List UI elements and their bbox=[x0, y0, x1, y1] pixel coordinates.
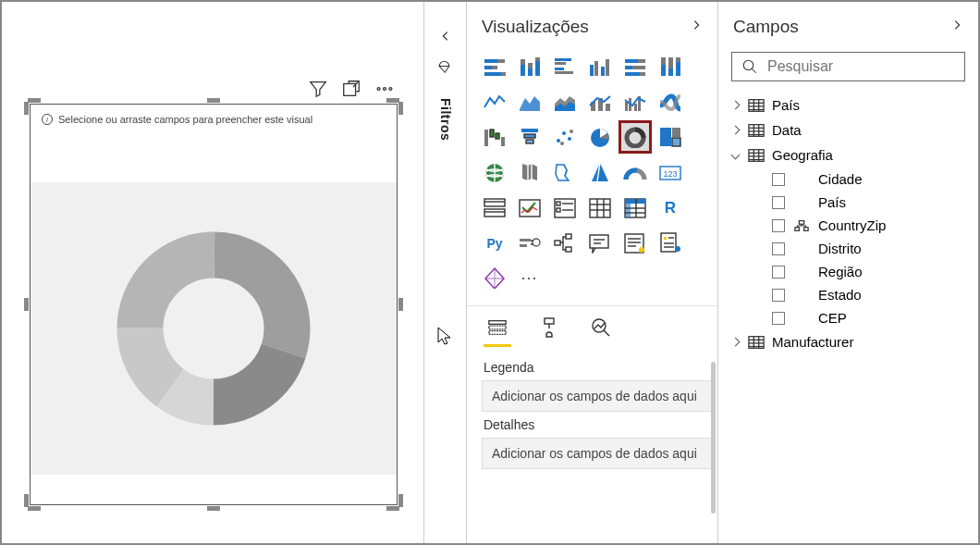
viz-slicer[interactable] bbox=[548, 191, 582, 224]
format-tab[interactable] bbox=[535, 314, 563, 341]
field-país[interactable]: País bbox=[772, 191, 973, 214]
field-região[interactable]: Região bbox=[772, 260, 973, 283]
info-icon: i bbox=[42, 114, 53, 125]
viz-gauge[interactable] bbox=[619, 155, 652, 189]
filters-label[interactable]: Filtros bbox=[438, 98, 453, 141]
field-checkbox[interactable] bbox=[772, 173, 785, 186]
viz-card[interactable]: 123 bbox=[654, 155, 687, 189]
expand-filters-icon[interactable] bbox=[439, 30, 452, 46]
resize-handle[interactable] bbox=[398, 494, 403, 507]
resize-handle[interactable] bbox=[28, 506, 41, 511]
viz-r-visual[interactable]: R bbox=[654, 191, 687, 224]
svg-rect-40 bbox=[676, 57, 680, 62]
svg-rect-13 bbox=[484, 72, 501, 76]
table-manufacturer[interactable]: Manufacturer bbox=[728, 329, 973, 354]
viz-scatter[interactable] bbox=[548, 120, 582, 154]
well-dropzone[interactable]: Adicionar os campos de dados aqui bbox=[482, 438, 715, 469]
viz-multi-card[interactable] bbox=[478, 191, 511, 224]
viz-paginated[interactable] bbox=[654, 226, 687, 259]
viz-kpi[interactable] bbox=[513, 191, 546, 224]
viz-line-stacked-column[interactable] bbox=[583, 85, 617, 118]
fields-title: Campos bbox=[733, 17, 799, 37]
more-options-icon[interactable] bbox=[374, 79, 395, 99]
svg-rect-21 bbox=[555, 58, 571, 61]
viz-waterfall[interactable] bbox=[478, 120, 511, 154]
svg-point-1 bbox=[377, 88, 380, 91]
resize-handle[interactable] bbox=[398, 298, 403, 311]
viz-narrative[interactable] bbox=[619, 226, 652, 259]
resize-handle[interactable] bbox=[386, 98, 399, 103]
resize-handle[interactable] bbox=[386, 506, 399, 511]
collapse-visualizations-icon[interactable] bbox=[690, 19, 703, 35]
viz-power-apps[interactable] bbox=[478, 261, 511, 294]
fields-tab[interactable] bbox=[484, 314, 511, 341]
viz-python[interactable]: Py bbox=[478, 226, 511, 259]
resize-handle[interactable] bbox=[207, 506, 220, 511]
wells-scrollbar[interactable] bbox=[711, 362, 716, 514]
fields-search-input[interactable] bbox=[767, 58, 955, 75]
resize-handle[interactable] bbox=[24, 298, 29, 311]
viz-decomposition-tree[interactable] bbox=[548, 226, 582, 259]
chevron-right-icon bbox=[729, 339, 741, 345]
viz-clustered-bar[interactable] bbox=[548, 50, 582, 83]
field-cep[interactable]: CEP bbox=[772, 306, 973, 329]
viz-shape-map[interactable] bbox=[548, 155, 582, 189]
viz-qa[interactable] bbox=[583, 226, 617, 259]
filters-toggle-icon[interactable] bbox=[437, 59, 454, 80]
collapse-fields-icon[interactable] bbox=[950, 19, 963, 35]
focus-mode-icon[interactable] bbox=[341, 79, 361, 99]
svg-rect-99 bbox=[566, 247, 571, 252]
field-estado[interactable]: Estado bbox=[772, 283, 973, 306]
viz-azure-map[interactable] bbox=[583, 155, 617, 189]
field-distrito[interactable]: Distrito bbox=[772, 237, 973, 260]
svg-rect-24 bbox=[555, 71, 573, 74]
field-checkbox[interactable] bbox=[772, 219, 785, 232]
table-data[interactable]: Data bbox=[728, 118, 973, 142]
viz-ellipsis[interactable]: ⋯ bbox=[513, 261, 546, 294]
fields-search[interactable] bbox=[731, 52, 965, 81]
viz-table[interactable] bbox=[583, 191, 617, 224]
viz-area[interactable] bbox=[513, 85, 546, 118]
clustered-column-icon bbox=[587, 56, 613, 78]
table-país[interactable]: País bbox=[728, 93, 973, 118]
visual-placeholder[interactable]: i Selecione ou arraste campos para preen… bbox=[30, 104, 398, 505]
viz-filled-map[interactable] bbox=[513, 155, 546, 189]
viz-stacked-area[interactable] bbox=[548, 85, 582, 118]
resize-handle[interactable] bbox=[207, 98, 220, 103]
field-countryzip[interactable]: CountryZip bbox=[772, 214, 973, 237]
field-checkbox[interactable] bbox=[772, 289, 785, 302]
viz-stacked-bar[interactable] bbox=[478, 50, 511, 83]
resize-handle[interactable] bbox=[398, 102, 403, 115]
viz-map[interactable] bbox=[478, 155, 511, 189]
line-icon bbox=[482, 91, 508, 113]
viz-treemap[interactable] bbox=[654, 120, 687, 154]
field-checkbox[interactable] bbox=[772, 196, 785, 209]
resize-handle[interactable] bbox=[24, 494, 29, 507]
svg-rect-114 bbox=[489, 321, 506, 325]
well-dropzone[interactable]: Adicionar os campos de dados aqui bbox=[482, 380, 715, 412]
viz-line[interactable] bbox=[478, 85, 511, 118]
viz-pie[interactable] bbox=[583, 120, 617, 154]
resize-handle[interactable] bbox=[28, 98, 41, 103]
viz-donut[interactable] bbox=[619, 120, 652, 154]
viz-line-clustered-column[interactable] bbox=[619, 85, 652, 118]
field-cidade[interactable]: Cidade bbox=[772, 167, 973, 191]
viz-clustered-column[interactable] bbox=[583, 50, 617, 83]
svg-point-94 bbox=[533, 239, 540, 246]
viz-matrix[interactable] bbox=[619, 191, 652, 224]
viz-stacked-column[interactable] bbox=[513, 50, 546, 83]
viz-key-influencers[interactable] bbox=[513, 226, 546, 259]
analytics-tab[interactable] bbox=[587, 314, 615, 341]
viz-100-stacked-column[interactable] bbox=[654, 50, 687, 83]
field-checkbox[interactable] bbox=[772, 242, 785, 255]
viz-ribbon[interactable] bbox=[654, 85, 687, 118]
viz-100-stacked-bar[interactable] bbox=[619, 50, 652, 83]
resize-handle[interactable] bbox=[24, 102, 29, 115]
table-geografia[interactable]: Geografia bbox=[728, 142, 973, 167]
field-checkbox[interactable] bbox=[772, 266, 785, 279]
report-canvas[interactable]: i Selecione ou arraste campos para preen… bbox=[2, 2, 423, 543]
viz-funnel[interactable] bbox=[513, 120, 546, 154]
visual-filter-icon[interactable] bbox=[308, 79, 328, 99]
key-influencers-icon bbox=[517, 231, 543, 254]
field-checkbox[interactable] bbox=[772, 312, 785, 325]
